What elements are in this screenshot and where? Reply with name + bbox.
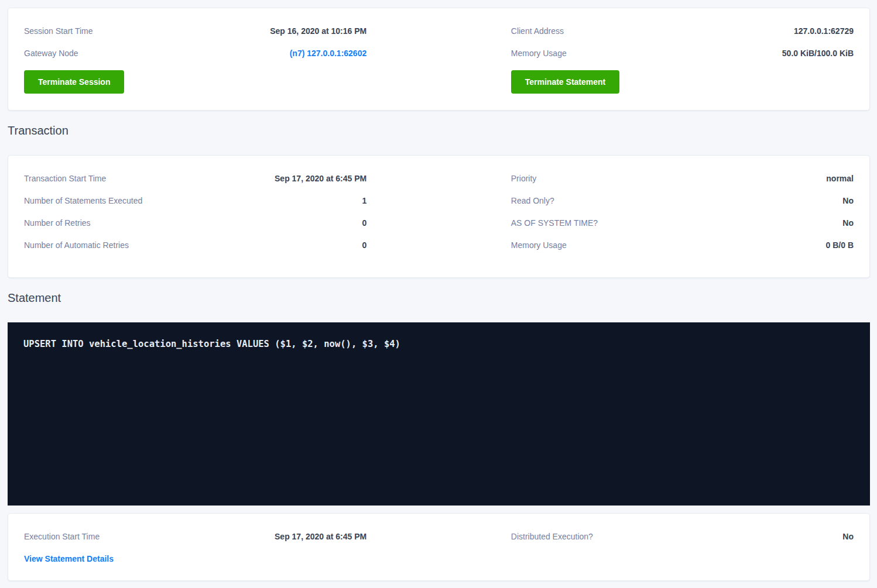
statements-executed-row: Number of Statements Executed 1 [24,190,366,212]
session-start-time-value: Sep 16, 2020 at 10:16 PM [270,26,366,36]
client-address-label: Client Address [511,26,564,36]
priority-label: Priority [511,173,537,184]
transaction-memory-usage-value: 0 B/0 B [826,240,854,250]
statements-executed-label: Number of Statements Executed [24,195,142,206]
priority-value: normal [826,174,854,183]
priority-row: Priority normal [511,167,854,190]
transaction-memory-usage-label: Memory Usage [511,240,567,250]
terminate-statement-button[interactable]: Terminate Statement [511,70,619,94]
as-of-system-time-row: AS OF SYSTEM TIME? No [511,212,854,234]
transaction-right-column: Priority normal Read Only? No AS OF SYST… [511,167,854,256]
session-start-time-label: Session Start Time [24,26,93,36]
statements-executed-value: 1 [362,196,366,205]
view-statement-details-row: View Statement Details [24,548,366,570]
execution-start-time-label: Execution Start Time [24,531,100,542]
view-statement-details-link[interactable]: View Statement Details [24,554,114,563]
statement-sql-text: UPSERT INTO vehicle_location_histories V… [23,339,400,349]
execution-start-time-value: Sep 17, 2020 at 6:45 PM [275,532,366,541]
distributed-execution-label: Distributed Execution? [511,531,593,542]
automatic-retries-value: 0 [362,240,366,250]
terminate-session-button[interactable]: Terminate Session [24,70,124,94]
statement-execution-card: Execution Start Time Sep 17, 2020 at 6:4… [8,513,870,581]
session-details-page: Session Start Time Sep 16, 2020 at 10:16… [0,0,877,588]
session-start-time-row: Session Start Time Sep 16, 2020 at 10:16… [24,20,366,42]
read-only-value: No [842,196,854,205]
transaction-start-time-label: Transaction Start Time [24,173,106,184]
gateway-node-link[interactable]: (n7) 127.0.0.1:62602 [290,49,367,58]
retries-label: Number of Retries [24,218,91,228]
session-memory-usage-row: Memory Usage 50.0 KiB/100.0 KiB [511,42,854,64]
distributed-execution-row: Distributed Execution? No [511,525,854,548]
gateway-node-label: Gateway Node [24,48,78,59]
automatic-retries-label: Number of Automatic Retries [24,240,129,250]
transaction-summary-card: Transaction Start Time Sep 17, 2020 at 6… [8,155,870,278]
client-address-value: 127.0.0.1:62729 [794,26,854,36]
execution-left-column: Execution Start Time Sep 17, 2020 at 6:4… [24,525,366,570]
session-memory-usage-label: Memory Usage [511,48,567,59]
session-summary-card: Session Start Time Sep 16, 2020 at 10:16… [8,8,870,111]
transaction-start-time-row: Transaction Start Time Sep 17, 2020 at 6… [24,167,366,190]
transaction-start-time-value: Sep 17, 2020 at 6:45 PM [275,174,366,183]
client-address-row: Client Address 127.0.0.1:62729 [511,20,854,42]
execution-right-column: Distributed Execution? No [511,525,854,570]
as-of-system-time-value: No [842,218,854,228]
execution-start-time-row: Execution Start Time Sep 17, 2020 at 6:4… [24,525,366,548]
transaction-section-title: Transaction [8,123,870,137]
statement-section-title: Statement [8,291,870,305]
session-summary-left-column: Session Start Time Sep 16, 2020 at 10:16… [24,20,366,94]
session-summary-right-column: Client Address 127.0.0.1:62729 Memory Us… [511,20,854,94]
retries-value: 0 [362,218,366,228]
gateway-node-row: Gateway Node (n7) 127.0.0.1:62602 [24,42,366,64]
statement-sql-box: UPSERT INTO vehicle_location_histories V… [8,322,870,506]
transaction-memory-usage-row: Memory Usage 0 B/0 B [511,234,854,256]
transaction-left-column: Transaction Start Time Sep 17, 2020 at 6… [24,167,366,256]
automatic-retries-row: Number of Automatic Retries 0 [24,234,366,256]
read-only-row: Read Only? No [511,190,854,212]
distributed-execution-value: No [842,532,854,541]
session-memory-usage-value: 50.0 KiB/100.0 KiB [782,49,854,58]
retries-row: Number of Retries 0 [24,212,366,234]
read-only-label: Read Only? [511,195,554,206]
as-of-system-time-label: AS OF SYSTEM TIME? [511,218,598,228]
